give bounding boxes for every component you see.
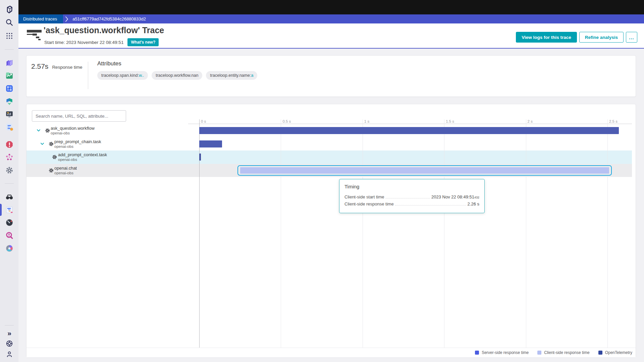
tooltip-value: 2.26 s	[468, 201, 479, 207]
span-gear-icon	[52, 154, 57, 160]
summary-card: 2.57s Response time Attributes traceloop…	[26, 55, 636, 97]
dynatrace-logo-icon[interactable]	[4, 4, 14, 14]
whats-new-badge[interactable]: What's new?	[127, 38, 159, 46]
attribute-chips: traceloop.span.kind: w..traceloop.workfl…	[97, 71, 257, 80]
distributed-traces-app-icon[interactable]	[4, 205, 14, 215]
network-app-icon[interactable]	[4, 83, 14, 94]
timeline-gridline	[281, 119, 281, 348]
refine-analysis-button[interactable]: Refine analysis	[579, 32, 624, 43]
kubernetes-app-icon[interactable]	[4, 97, 14, 107]
span-duration-bar[interactable]	[199, 140, 222, 147]
tooltip-label: Client-side start time	[344, 194, 384, 200]
session-search-app-icon[interactable]	[4, 231, 14, 241]
trace-span-row[interactable]: add_prompt_context.taskopenai-obs	[26, 150, 632, 164]
tooltip-label: Client-side response time	[344, 201, 394, 207]
timeline-tick-label: 0.5 s	[282, 119, 291, 123]
breadcrumb: Distributed traces a51cff6779ad742fd5384…	[18, 14, 644, 23]
summary-divider	[88, 62, 88, 89]
timeline-tick-label: 2.5 s	[609, 119, 618, 123]
timeline-tick-label: 1.5 s	[446, 119, 454, 123]
tooltip-title: Timing	[344, 184, 479, 189]
span-name: openai.chat	[54, 166, 77, 171]
span-duration-bar[interactable]	[199, 127, 619, 134]
tooltip-value: 2023 Nov 22 08:49:51432	[431, 194, 479, 201]
timing-tooltip: Timing Client-side start time2023 Nov 22…	[339, 179, 485, 213]
breadcrumb-trace-id: a51cff6779ad742fd5384c26880833d2	[72, 16, 146, 21]
timeline-tick-label: 2 s	[528, 119, 533, 123]
app-grid-icon[interactable]	[4, 31, 14, 41]
timeline-gridline	[363, 119, 363, 348]
sidebar-active-indicator	[0, 204, 2, 216]
dashboards-app-icon[interactable]	[4, 109, 14, 119]
legend-swatch	[537, 351, 541, 355]
legend-item: OpenTelemetry	[598, 350, 632, 355]
response-time-label: Response time	[52, 65, 82, 70]
page-header: 'ask_question.workflow' Trace Start time…	[18, 23, 644, 48]
problems-app-icon[interactable]	[4, 139, 14, 149]
legend-label: OpenTelemetry	[605, 350, 632, 355]
breadcrumb-distributed-traces[interactable]: Distributed traces	[18, 14, 63, 23]
view-logs-button[interactable]: View logs for this trace	[516, 32, 577, 43]
legend-swatch	[598, 351, 602, 355]
layers-app-icon[interactable]	[4, 58, 14, 68]
trace-waterfall-icon	[27, 29, 42, 41]
attribute-chip[interactable]: traceloop.entity.name: a	[206, 71, 257, 80]
tooltip-row: Client-side start time2023 Nov 22 08:49:…	[344, 194, 479, 201]
expand-sidebar-icon[interactable]: »	[4, 328, 14, 338]
timeline-gridline	[526, 119, 526, 348]
search-icon[interactable]	[4, 17, 14, 27]
dynatrace-trace-view: » Distributed traces a51cff6779ad742fd53…	[0, 0, 644, 362]
page-title: 'ask_question.workflow' Trace	[44, 25, 164, 35]
smartscape-app-icon[interactable]	[4, 152, 14, 162]
span-duration-bar[interactable]	[199, 154, 201, 161]
top-bar	[18, 0, 644, 14]
span-gear-icon	[45, 128, 50, 133]
span-service: openai-obs	[54, 171, 73, 175]
tooltip-row: Client-side response time2.26 s	[344, 201, 479, 207]
gauge-app-icon[interactable]	[4, 218, 14, 228]
legend-label: Server-side response time	[482, 350, 529, 355]
user-account-icon[interactable]	[4, 349, 14, 359]
legend-item: Client-side response time	[537, 350, 589, 355]
sidebar: »	[0, 0, 18, 362]
span-gear-icon	[48, 141, 54, 147]
span-service: openai-obs	[58, 158, 77, 162]
span-service: openai-obs	[51, 131, 70, 135]
span-service: openai-obs	[54, 144, 73, 148]
charts-app-icon[interactable]	[4, 71, 14, 81]
more-actions-button[interactable]: ...	[626, 32, 637, 43]
trace-card: Timing Client-side start time2023 Nov 22…	[26, 104, 636, 357]
help-icon[interactable]	[4, 339, 14, 349]
span-name: prep_prompt_chain.task	[54, 139, 101, 144]
legend-item: Server-side response time	[475, 350, 529, 355]
sidebar-divider	[5, 325, 14, 325]
timeline-gridline	[444, 119, 444, 348]
chevron-down-icon[interactable]	[36, 128, 41, 133]
timeline-gridline	[607, 119, 608, 348]
sidebar-divider	[5, 49, 14, 50]
chevron-down-icon[interactable]	[40, 141, 45, 146]
observe-app-icon[interactable]	[4, 192, 14, 202]
legend-swatch	[475, 351, 479, 355]
search-input[interactable]	[32, 110, 126, 122]
logs-app-icon[interactable]	[4, 122, 14, 132]
span-name: add_prompt_context.task	[58, 152, 107, 157]
start-time: Start time: 2023 November 22 08:49:51	[44, 40, 123, 45]
response-time-value: 2.57s	[31, 62, 48, 70]
breadcrumb-chevron-icon	[65, 16, 68, 22]
span-gear-icon	[48, 168, 54, 173]
timeline-tick-label: 1 s	[364, 119, 369, 123]
attribute-chip[interactable]: traceloop.span.kind: w..	[97, 71, 148, 80]
legend-label: Client-side response time	[544, 350, 589, 355]
client-response-bar[interactable]	[240, 167, 609, 174]
attribute-chip[interactable]: traceloop.workflow.nan	[152, 71, 202, 80]
trace-span-row[interactable]: prep_prompt_chain.taskopenai-obs	[26, 137, 632, 151]
timeline-tick-label: 0 s	[201, 119, 206, 123]
extensions-app-icon[interactable]	[4, 165, 14, 175]
chart-legend: Server-side response timeClient-side res…	[26, 348, 636, 357]
attributes-title: Attributes	[97, 60, 121, 67]
span-name: ask_question.workflow	[51, 126, 95, 131]
sidebar-divider	[5, 183, 14, 184]
services-app-icon[interactable]	[4, 243, 14, 253]
